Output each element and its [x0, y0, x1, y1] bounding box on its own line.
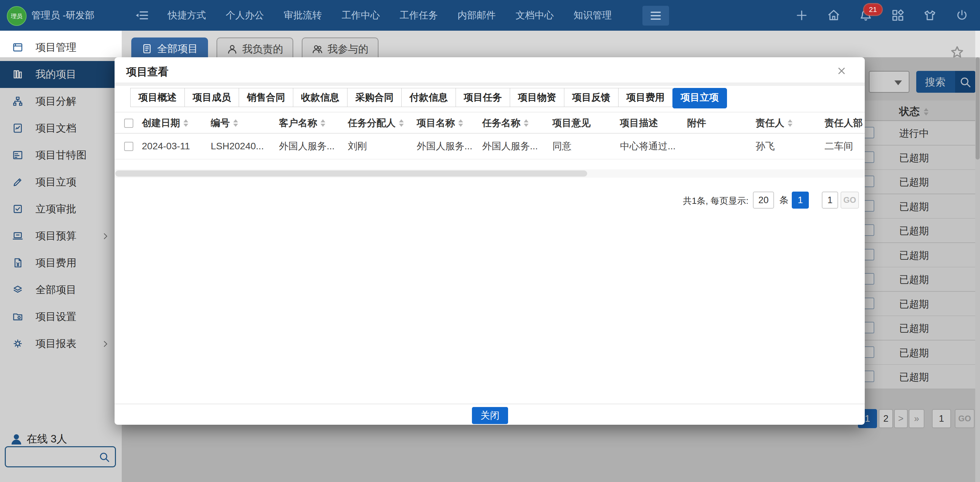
go-button[interactable]: GO [840, 192, 859, 208]
sort-icon[interactable] [321, 119, 325, 127]
tab-payment-info[interactable]: 付款信息 [401, 88, 456, 107]
dialog-title: 项目查看 [126, 65, 169, 79]
tab-project-overview[interactable]: 项目概述 [130, 88, 185, 107]
nav-item-approval-flow[interactable]: 审批流转 [284, 9, 322, 22]
close-button[interactable]: 关闭 [472, 407, 508, 424]
column-header-task-assigner[interactable]: 任务分配人 [348, 113, 404, 134]
column-header-task-name[interactable]: 任务名称 [482, 113, 528, 134]
home-icon[interactable] [827, 9, 840, 22]
tab-purchase-contract[interactable]: 采购合同 [347, 88, 402, 107]
horizontal-scrollbar-thumb[interactable] [115, 170, 587, 177]
sort-icon[interactable] [524, 119, 528, 127]
nav-item-internal-mail[interactable]: 内部邮件 [458, 9, 496, 22]
tab-project-feedback[interactable]: 项目反馈 [564, 88, 619, 107]
avatar-text: 理员 [11, 12, 22, 20]
jump-page-input[interactable]: 1 [822, 192, 838, 208]
notifications-bell-icon[interactable]: 21 [859, 9, 872, 22]
cell-task-name: 外国人服务... [482, 134, 538, 159]
tab-project-initiation[interactable]: 项目立项 [673, 88, 727, 108]
sort-icon[interactable] [399, 119, 404, 127]
tab-my-participating[interactable]: 我参与的 [302, 38, 379, 60]
page-size-unit: 条 [778, 192, 790, 208]
nav-item-document-center[interactable]: 文档中心 [515, 9, 554, 22]
avatar[interactable]: 理员 [7, 6, 27, 26]
cell-project-name: 外国人服务... [417, 134, 472, 159]
sort-icon[interactable] [183, 119, 188, 127]
row-checkbox[interactable] [124, 142, 133, 151]
apps-grid-icon[interactable] [891, 9, 904, 22]
nav-item-work-tasks[interactable]: 工作任务 [399, 9, 438, 22]
tab-sales-contract[interactable]: 销售合同 [239, 88, 293, 107]
column-header-project-description: 项目描述 [620, 113, 658, 134]
logout-power-icon[interactable] [955, 9, 969, 22]
column-header-project-opinion: 项目意见 [552, 113, 590, 134]
nav-item-work-center[interactable]: 工作中心 [342, 9, 380, 22]
main-nav: 快捷方式 个人办公 审批流转 工作中心 工作任务 内部邮件 文档中心 知识管理 [168, 0, 612, 31]
cell-responsible-person: 孙飞 [756, 134, 775, 159]
person-icon [227, 44, 238, 54]
hamburger-icon [649, 9, 663, 22]
close-icon[interactable] [836, 65, 847, 76]
sort-icon[interactable] [233, 119, 238, 127]
theme-shirt-icon[interactable] [923, 9, 936, 22]
cell-customer-name: 外国人服务... [279, 134, 334, 159]
cell-responsible-department: 二车间 [824, 134, 853, 159]
nav-item-knowledge-management[interactable]: 知识管理 [574, 9, 612, 22]
nav-item-shortcuts[interactable]: 快捷方式 [168, 9, 206, 22]
window-icon [12, 42, 23, 53]
dialog-tabs: 项目概述 项目成员 销售合同 收款信息 采购合同 付款信息 项目任务 项目物资 … [130, 88, 727, 108]
cell-task-assigner: 刘刚 [348, 134, 367, 159]
page-size-input[interactable]: 20 [753, 192, 774, 208]
tab-my-responsible[interactable]: 我负责的 [216, 38, 293, 60]
tab-project-members[interactable]: 项目成员 [185, 88, 239, 107]
column-header-number[interactable]: 编号 [211, 113, 238, 134]
column-header-customer-name[interactable]: 客户名称 [279, 113, 325, 134]
column-header-project-name[interactable]: 项目名称 [417, 113, 463, 134]
more-menu-button[interactable] [643, 6, 669, 25]
column-header-responsible-person[interactable]: 责任人 [756, 113, 792, 134]
sort-icon[interactable] [788, 119, 792, 127]
tab-project-tasks[interactable]: 项目任务 [455, 88, 510, 107]
sort-icon[interactable] [458, 119, 463, 127]
tab-all-projects[interactable]: 全部项目 [131, 38, 208, 60]
cell-number: LSH20240... [211, 134, 264, 159]
footer-divider [115, 404, 865, 404]
people-icon [312, 44, 323, 54]
top-bar: 理员 管理员 -研发部 快捷方式 个人办公 审批流转 工作中心 工作任务 内部邮… [0, 0, 980, 31]
document-icon [142, 43, 153, 54]
current-page-button[interactable]: 1 [792, 192, 809, 208]
horizontal-scrollbar-track [115, 169, 865, 178]
pagination-summary: 共1条, 每页显示: [683, 195, 748, 207]
collapse-sidebar-icon[interactable] [135, 8, 149, 22]
tab-project-materials[interactable]: 项目物资 [510, 88, 564, 107]
column-header-responsible-department[interactable]: 责任人部 [824, 113, 865, 134]
project-view-dialog: 项目查看 项目概述 项目成员 销售合同 收款信息 采购合同 付款信息 项目任务 … [115, 57, 865, 425]
select-all-checkbox[interactable] [124, 119, 133, 128]
tab-receipt-info[interactable]: 收款信息 [293, 88, 347, 107]
column-header-created-date[interactable]: 创建日期 [142, 113, 188, 134]
table-header-row: 创建日期 编号 客户名称 任务分配人 项目名称 任务名称 项目意见 项目描述 附… [115, 112, 865, 134]
nav-item-personal-office[interactable]: 个人办公 [226, 9, 264, 22]
notification-count-badge: 21 [864, 4, 882, 15]
add-icon[interactable] [795, 9, 808, 22]
cell-created-date: 2024-03-11 [142, 134, 190, 159]
column-header-attachment: 附件 [687, 113, 706, 134]
tab-project-expenses[interactable]: 项目费用 [618, 88, 673, 107]
user-name: 管理员 -研发部 [31, 0, 94, 31]
table-row: 2024-03-11 LSH20240... 外国人服务... 刘刚 外国人服务… [115, 134, 865, 159]
cell-project-opinion: 同意 [552, 134, 571, 159]
cell-project-description: 中心将通过... [620, 134, 676, 159]
header-divider [115, 83, 865, 86]
